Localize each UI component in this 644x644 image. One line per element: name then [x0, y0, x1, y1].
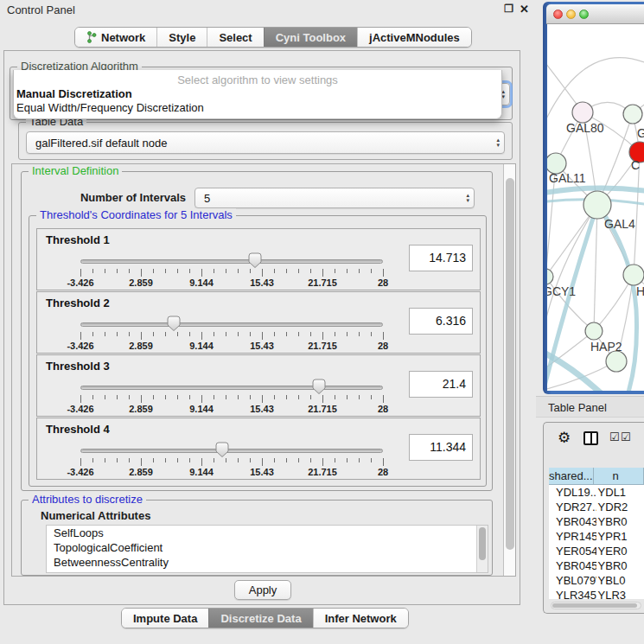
threshold-panel-1: Threshold 1 -3.4262.8599.14415.4321.7152…	[36, 228, 481, 290]
threshold-slider[interactable]: -3.4262.8599.14415.4321.71528	[37, 441, 409, 479]
major-tick	[322, 332, 323, 340]
bottom-node[interactable]	[606, 351, 627, 372]
slider-thumb-icon[interactable]	[312, 379, 326, 395]
traffic-light-close-icon[interactable]	[553, 10, 563, 19]
numerical-attributes-label: Numerical Attributes	[41, 509, 150, 522]
checkbox-icon[interactable]: ☑	[621, 430, 631, 443]
minor-tick	[359, 269, 360, 273]
cell-name[interactable]: YDL1	[596, 485, 644, 500]
tab-jactivemnodules[interactable]: jActiveMNodules	[357, 28, 471, 47]
cell-shared-name[interactable]: YPR145W	[549, 529, 596, 544]
threshold-value-field[interactable]: 6.316	[409, 308, 473, 335]
node-attribute-table[interactable]: shared... n YDL19...YDL1YDR27...YDR2YBR0…	[549, 468, 644, 599]
gal-node[interactable]	[623, 105, 642, 124]
tab-impute-data[interactable]: Impute Data	[122, 609, 208, 628]
threshold-slider[interactable]: -3.4262.8599.14415.4321.71528	[37, 315, 409, 353]
slider-thumb-icon[interactable]	[167, 316, 181, 332]
tab-network[interactable]: Network	[75, 28, 156, 47]
attributes-scrollbar[interactable]	[476, 526, 488, 572]
tab-cyni-toolbox[interactable]: Cyni Toolbox	[264, 28, 357, 47]
gal80-node[interactable]	[572, 102, 593, 123]
table-row[interactable]: YDL19...YDL1	[549, 485, 644, 500]
cell-shared-name[interactable]: YBR043C	[549, 514, 596, 529]
table-row[interactable]: YER054CYER0	[549, 544, 644, 558]
apply-button[interactable]: Apply	[234, 580, 291, 600]
network-edge-thick[interactable]	[547, 351, 609, 391]
slider-thumb-icon[interactable]	[215, 442, 229, 458]
panel-scrollbar[interactable]	[503, 164, 516, 576]
tick-label: -3.426	[67, 341, 93, 351]
tab-discretize-data[interactable]: Discretize Data	[208, 609, 312, 628]
table-row[interactable]: YDR27...YDR2	[549, 500, 644, 514]
algorithm-option-manual[interactable]: Manual Discretization	[14, 86, 501, 100]
numerical-attributes-list[interactable]: SelfLoopsTopologicalCoefficientBetweenne…	[46, 525, 488, 573]
threshold-value-field[interactable]: 21.4	[409, 371, 473, 398]
float-window-icon[interactable]: ❐	[504, 3, 513, 15]
traffic-light-minimize-icon[interactable]	[566, 10, 576, 19]
cell-shared-name[interactable]: YBL079W	[549, 573, 596, 588]
table-data-combobox[interactable]: galFiltered.sif default node ▴▾	[26, 131, 505, 154]
tab-infer-network[interactable]: Infer Network	[313, 609, 408, 628]
table-row[interactable]: YBL079WYBL0	[549, 573, 644, 588]
scrollbar-thumb[interactable]	[506, 178, 514, 550]
cell-name[interactable]: YDR2	[596, 500, 644, 514]
minor-tick	[310, 395, 311, 399]
gal4-node[interactable]	[583, 191, 611, 219]
h-node[interactable]	[623, 265, 644, 285]
algorithm-option-equal-width[interactable]: Equal Width/Frequency Discretization	[14, 100, 501, 114]
attribute-item-topologicalcoefficient[interactable]: TopologicalCoefficient	[47, 540, 488, 555]
cell-shared-name[interactable]: YER054C	[549, 544, 596, 558]
cell-name[interactable]: YPR1	[596, 529, 644, 544]
slider-track[interactable]	[80, 322, 383, 327]
table-horizontal-scrollbar[interactable]	[551, 602, 641, 609]
number-of-intervals-combobox[interactable]: 5 ▴▾	[194, 188, 475, 208]
network-edge[interactable]	[594, 205, 597, 331]
threshold-slider[interactable]: -3.4262.8599.14415.4321.71528	[37, 378, 409, 416]
scrollbar-thumb[interactable]	[479, 527, 486, 560]
minor-tick	[153, 395, 154, 399]
table-row[interactable]: YBR045CYBR0	[549, 558, 644, 573]
slider-track[interactable]	[80, 386, 383, 390]
table-data-group: Table Data galFiltered.sif default node …	[18, 122, 513, 160]
cell-shared-name[interactable]: YDL19...	[549, 485, 596, 500]
tick-label: 28	[378, 467, 388, 477]
column-header-name[interactable]: n	[594, 468, 644, 485]
network-window-titlebar[interactable]	[546, 4, 644, 24]
table-row[interactable]: YLR345WYLR3	[549, 588, 644, 599]
tab-style[interactable]: Style	[156, 28, 207, 47]
columns-icon[interactable]	[583, 431, 598, 445]
close-icon[interactable]: ✕	[520, 3, 529, 16]
checkbox-icon[interactable]: ☑	[609, 430, 620, 443]
cell-shared-name[interactable]: YDR27...	[549, 500, 596, 514]
cell-shared-name[interactable]: YBR045C	[549, 558, 596, 573]
threshold-value-field[interactable]: 14.713	[409, 245, 473, 271]
tab-select[interactable]: Select	[207, 28, 263, 47]
threshold-slider[interactable]: -3.4262.8599.14415.4321.71528	[37, 252, 409, 290]
minor-tick	[92, 395, 93, 399]
scrollbar-thumb[interactable]	[552, 603, 637, 608]
column-header-shared-name[interactable]: shared...	[549, 468, 594, 485]
tick-label: 15.43	[250, 277, 274, 288]
major-tick	[201, 458, 202, 466]
minor-tick	[165, 395, 166, 399]
cell-name[interactable]: YBL0	[596, 573, 644, 588]
threshold-value-field[interactable]: 11.344	[409, 434, 473, 461]
network-canvas[interactable]: GAL80GACGAL11GAL4GCY1HHAP2	[547, 24, 644, 391]
table-row[interactable]: YBR043CYBR0	[549, 514, 644, 529]
table-row[interactable]: YPR145WYPR1	[549, 529, 644, 544]
slider-track[interactable]	[80, 259, 383, 264]
cell-name[interactable]: YBR0	[596, 558, 644, 573]
attribute-item-betweennesscentrality[interactable]: BetweennessCentrality	[47, 555, 488, 570]
attribute-item-selfloops[interactable]: SelfLoops	[47, 526, 488, 540]
slider-thumb-icon[interactable]	[248, 252, 262, 269]
minor-tick	[117, 332, 118, 336]
cell-name[interactable]: YLR3	[596, 588, 644, 599]
cell-name[interactable]: YER0	[596, 544, 644, 558]
cell-name[interactable]: YBR0	[596, 514, 644, 529]
gear-icon[interactable]: ⚙	[558, 429, 571, 447]
slider-track[interactable]	[80, 449, 383, 453]
traffic-light-zoom-icon[interactable]	[579, 10, 589, 19]
cell-shared-name[interactable]: YLR345W	[549, 588, 596, 599]
gcy1-node[interactable]	[547, 269, 553, 284]
hap2-node[interactable]	[585, 322, 603, 340]
